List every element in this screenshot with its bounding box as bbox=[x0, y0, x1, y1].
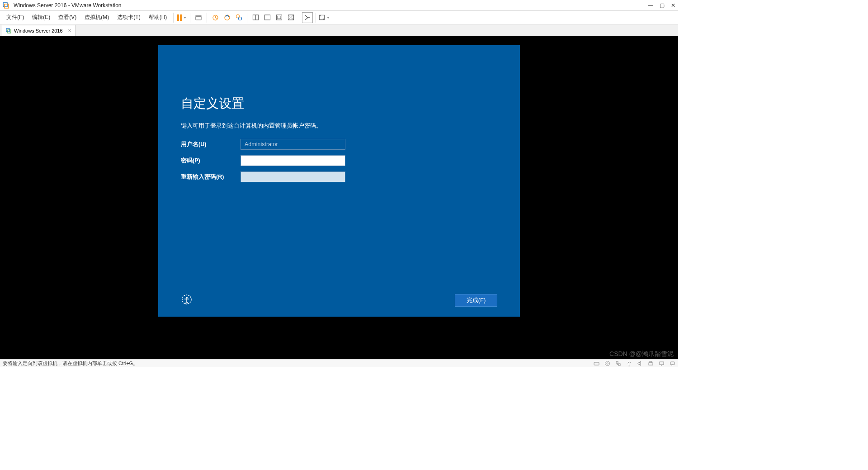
separator bbox=[207, 13, 207, 23]
close-button[interactable]: ✕ bbox=[671, 2, 675, 9]
separator bbox=[299, 13, 299, 23]
svg-point-26 bbox=[628, 366, 629, 366]
statusbar-devices bbox=[593, 361, 675, 367]
printer-icon[interactable] bbox=[647, 361, 654, 367]
menu-vm[interactable]: 虚拟机(M) bbox=[81, 12, 113, 23]
separator bbox=[316, 13, 316, 23]
username-label: 用户名(U) bbox=[181, 141, 241, 148]
menu-file[interactable]: 文件(F) bbox=[3, 12, 28, 23]
svg-rect-29 bbox=[660, 362, 664, 365]
snapshot-take-button[interactable] bbox=[210, 12, 221, 23]
svg-rect-21 bbox=[594, 362, 599, 365]
maximize-button[interactable]: ▢ bbox=[660, 2, 665, 9]
separator bbox=[247, 13, 247, 23]
svg-rect-1 bbox=[5, 4, 9, 8]
enter-vm-button[interactable] bbox=[302, 12, 313, 23]
svg-rect-28 bbox=[650, 361, 652, 363]
snapshot-manager-button[interactable] bbox=[233, 12, 244, 23]
svg-rect-31 bbox=[670, 362, 675, 365]
password-row: 密码(P) bbox=[181, 155, 497, 166]
titlebar: Windows Server 2016 - VMware Workstation… bbox=[0, 0, 678, 11]
guest-screen[interactable]: 自定义设置 键入可用于登录到这台计算机的内置管理员帐户密码。 用户名(U) 密码… bbox=[158, 45, 520, 317]
view-unity-button[interactable] bbox=[285, 12, 296, 23]
menu-view[interactable]: 查看(V) bbox=[55, 12, 80, 23]
fullscreen-button[interactable] bbox=[319, 12, 330, 23]
vmware-icon bbox=[3, 2, 9, 9]
view-single-button[interactable] bbox=[250, 12, 261, 23]
network-icon[interactable] bbox=[615, 361, 621, 367]
svg-point-22 bbox=[605, 361, 609, 366]
statusbar-hint: 要将输入定向到该虚拟机，请在虚拟机内部单击或按 Ctrl+G。 bbox=[3, 360, 593, 367]
menu-tabs[interactable]: 选项卡(T) bbox=[113, 12, 144, 23]
svg-rect-25 bbox=[618, 364, 620, 366]
reenter-password-row: 重新输入密码(R) bbox=[181, 171, 497, 182]
password-label: 密码(P) bbox=[181, 157, 241, 165]
svg-rect-2 bbox=[196, 17, 201, 20]
username-input bbox=[241, 139, 345, 150]
svg-rect-3 bbox=[196, 15, 201, 17]
harddisk-icon[interactable] bbox=[593, 361, 599, 367]
setup-panel: 自定义设置 键入可用于登录到这台计算机的内置管理员帐户密码。 用户名(U) 密码… bbox=[181, 95, 497, 188]
finish-button[interactable]: 完成(F) bbox=[455, 294, 497, 307]
vm-tab-label: Windows Server 2016 bbox=[14, 28, 63, 33]
username-row: 用户名(U) bbox=[181, 139, 497, 150]
statusbar: 要将输入定向到该虚拟机，请在虚拟机内部单击或按 Ctrl+G。 bbox=[0, 359, 678, 367]
window-controls: — ▢ ✕ bbox=[648, 2, 675, 9]
window-title: Windows Server 2016 - VMware Workstation bbox=[14, 2, 648, 9]
tabstrip: Windows Server 2016 × bbox=[0, 24, 678, 36]
svg-point-5 bbox=[225, 15, 230, 20]
minimize-button[interactable]: — bbox=[648, 2, 653, 9]
view-stretch-button[interactable] bbox=[274, 12, 284, 23]
reenter-password-input[interactable] bbox=[241, 171, 345, 182]
menu-help[interactable]: 帮助(H) bbox=[145, 12, 171, 23]
setup-description: 键入可用于登录到这台计算机的内置管理员帐户密码。 bbox=[181, 122, 497, 130]
svg-rect-11 bbox=[276, 15, 282, 20]
send-ctrl-alt-del-button[interactable] bbox=[193, 12, 204, 23]
vm-viewport[interactable]: 自定义设置 键入可用于登录到这台计算机的内置管理员帐户密码。 用户名(U) 密码… bbox=[0, 36, 678, 359]
cd-icon[interactable] bbox=[604, 361, 610, 367]
message-icon[interactable] bbox=[669, 361, 675, 367]
svg-rect-10 bbox=[264, 15, 270, 20]
svg-rect-12 bbox=[278, 16, 281, 19]
separator bbox=[190, 13, 190, 23]
ease-of-access-button[interactable] bbox=[181, 294, 193, 307]
vm-tab[interactable]: Windows Server 2016 × bbox=[2, 25, 75, 36]
svg-point-23 bbox=[607, 363, 608, 364]
menubar: 文件(F) 编辑(E) 查看(V) 虚拟机(M) 选项卡(T) 帮助(H) bbox=[0, 11, 678, 24]
svg-rect-24 bbox=[616, 361, 618, 363]
sound-icon[interactable] bbox=[637, 361, 643, 367]
svg-rect-0 bbox=[3, 3, 7, 7]
tab-close-button[interactable]: × bbox=[68, 28, 71, 34]
svg-point-7 bbox=[238, 17, 241, 20]
reenter-password-label: 重新输入密码(R) bbox=[181, 173, 241, 181]
svg-point-20 bbox=[186, 297, 188, 299]
menu-edit[interactable]: 编辑(E) bbox=[28, 12, 54, 23]
password-input[interactable] bbox=[241, 155, 345, 166]
snapshot-revert-button[interactable] bbox=[222, 12, 232, 23]
usb-icon[interactable] bbox=[626, 361, 632, 367]
svg-rect-27 bbox=[649, 363, 653, 365]
separator bbox=[173, 13, 174, 23]
vm-tab-icon bbox=[6, 28, 11, 33]
pause-button[interactable] bbox=[176, 12, 187, 23]
display-icon[interactable] bbox=[658, 361, 665, 367]
view-console-button[interactable] bbox=[262, 12, 273, 23]
setup-title: 自定义设置 bbox=[181, 95, 497, 112]
